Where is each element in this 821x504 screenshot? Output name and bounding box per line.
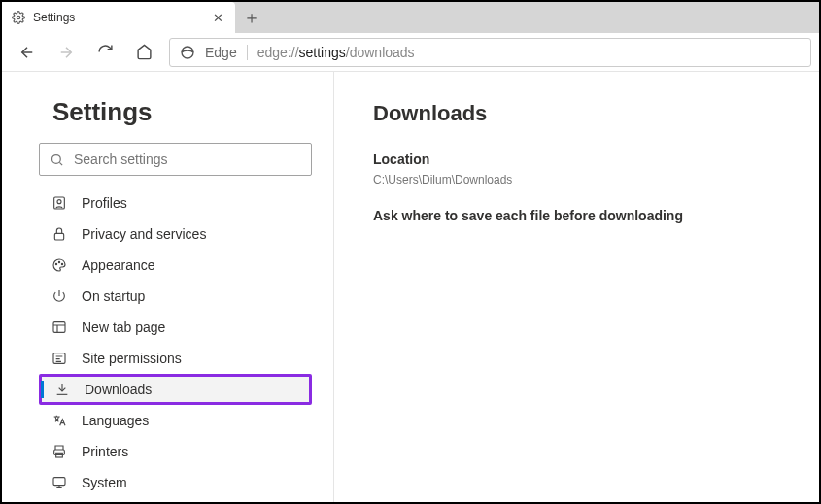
svg-point-7 (58, 261, 59, 262)
lock-icon (51, 226, 68, 242)
sidebar-item-label: Downloads (85, 382, 152, 397)
grid-icon (51, 319, 68, 335)
tab-title: Settings (33, 11, 202, 24)
svg-point-1 (182, 47, 193, 58)
search-icon (50, 152, 64, 167)
svg-rect-5 (54, 233, 63, 240)
sidebar-item-label: Profiles (82, 195, 127, 211)
download-icon (53, 382, 71, 397)
svg-point-8 (61, 263, 62, 264)
svg-point-0 (17, 16, 20, 19)
sidebar-item-label: Site permissions (82, 351, 182, 366)
sidebar-item-label: Languages (82, 413, 149, 428)
toolbar: Edge edge://settings/downloads (2, 33, 819, 72)
sidebar-item-label: Privacy and services (82, 226, 206, 242)
sidebar-item-startup[interactable]: On startup (39, 281, 312, 312)
new-tab-button[interactable]: ＋ (235, 2, 268, 33)
sidebar-item-permissions[interactable]: Site permissions (39, 343, 312, 374)
svg-point-2 (52, 154, 61, 163)
sidebar-item-languages[interactable]: Languages (39, 405, 312, 436)
page-title: Settings (39, 97, 312, 127)
gear-icon (12, 11, 25, 24)
svg-point-6 (55, 263, 56, 264)
main-heading: Downloads (373, 101, 780, 126)
close-icon[interactable]: ✕ (210, 10, 225, 25)
language-icon (51, 413, 68, 428)
power-icon (51, 288, 68, 304)
ask-before-save-label: Ask where to save each file before downl… (373, 208, 780, 223)
palette-icon (51, 257, 68, 273)
sidebar-item-label: System (82, 475, 127, 490)
home-button[interactable] (126, 37, 161, 68)
sidebar-item-label: New tab page (82, 319, 165, 335)
forward-button[interactable] (49, 37, 84, 68)
edge-logo-icon (180, 45, 195, 60)
search-input[interactable]: Search settings (39, 143, 312, 176)
search-placeholder: Search settings (74, 151, 168, 167)
person-icon (51, 195, 68, 211)
svg-rect-9 (53, 322, 65, 333)
browser-tab[interactable]: Settings ✕ (2, 2, 235, 33)
back-button[interactable] (10, 37, 45, 68)
monitor-icon (51, 475, 68, 490)
main-panel: Downloads Location C:\Users\Dilum\Downlo… (334, 72, 819, 502)
sidebar-item-newtab[interactable]: New tab page (39, 312, 312, 343)
sidebar-item-profiles[interactable]: Profiles (39, 187, 312, 218)
printer-icon (51, 444, 68, 459)
sidebar-item-label: Printers (82, 444, 128, 459)
sidebar-item-label: Appearance (82, 257, 155, 273)
tab-bar: Settings ✕ ＋ (2, 2, 819, 33)
location-value: C:\Users\Dilum\Downloads (373, 173, 780, 186)
sidebar-item-privacy[interactable]: Privacy and services (39, 218, 312, 250)
svg-point-4 (57, 200, 61, 204)
content-area: Settings Search settings Profiles Privac… (2, 72, 819, 502)
address-brand: Edge (205, 45, 237, 60)
sidebar: Settings Search settings Profiles Privac… (2, 72, 334, 502)
sidebar-item-downloads[interactable]: Downloads (39, 374, 312, 405)
svg-rect-13 (53, 478, 65, 486)
divider (247, 45, 248, 60)
nav: Profiles Privacy and services Appearance… (39, 187, 312, 498)
sidebar-item-label: On startup (82, 288, 145, 304)
location-label: Location (373, 151, 780, 167)
refresh-button[interactable] (87, 37, 122, 68)
sidebar-item-system[interactable]: System (39, 467, 312, 498)
sidebar-item-appearance[interactable]: Appearance (39, 250, 312, 281)
address-url: edge://settings/downloads (257, 45, 415, 60)
sidebar-item-printers[interactable]: Printers (39, 436, 312, 467)
address-bar[interactable]: Edge edge://settings/downloads (169, 38, 811, 67)
sliders-icon (51, 351, 68, 366)
